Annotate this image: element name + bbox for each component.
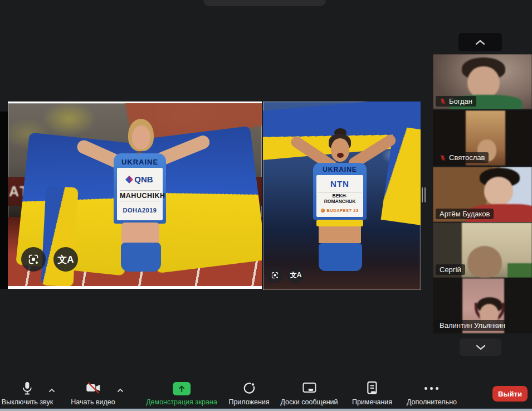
participant-name-tag: Сергій bbox=[436, 264, 465, 275]
chevron-up-icon bbox=[117, 388, 124, 393]
video-options-chevron[interactable] bbox=[117, 388, 124, 393]
bib-event: DOHA2019 bbox=[123, 207, 157, 214]
meeting-controls-tab[interactable] bbox=[203, 0, 326, 6]
participant-video-bogdan[interactable]: Богдан bbox=[433, 54, 532, 109]
share-screen-button[interactable]: Демонстрация экрана bbox=[146, 382, 217, 406]
athlete-waistband bbox=[316, 220, 363, 226]
start-video-button[interactable]: Начать видео bbox=[71, 381, 115, 406]
meeting-toolbar: Выключить звук Начать видео Демонстрация… bbox=[0, 371, 532, 408]
notes-icon bbox=[365, 381, 379, 395]
taskbar-edge bbox=[0, 408, 532, 411]
bib-name: BEKH-ROMANCHUK bbox=[318, 192, 361, 205]
athlete-midriff bbox=[319, 226, 361, 243]
translate-icon[interactable]: 文A bbox=[287, 267, 304, 283]
google-lens-camera-icon[interactable] bbox=[21, 247, 46, 272]
chevron-down-icon bbox=[475, 344, 486, 351]
apps-icon bbox=[242, 381, 256, 395]
bib-event: BUDAPEST 23 bbox=[321, 208, 358, 213]
bib: NTN BEKH-ROMANCHUK BUDAPEST 23 bbox=[316, 175, 363, 217]
jersey-country: UKRAINE bbox=[313, 166, 367, 173]
more-button[interactable]: Дополнительно bbox=[407, 381, 457, 406]
participant-video-sergiy[interactable]: Сергій bbox=[433, 223, 532, 278]
athlete-shorts bbox=[121, 243, 161, 272]
participant-video-svyatoslav[interactable]: Святослав bbox=[433, 110, 532, 166]
bib-name: MAHUCHIKH bbox=[120, 190, 160, 201]
zoom-meeting-window: ATAR UKRAINE QNB MAHUCHIKH DOHA2019 bbox=[0, 0, 532, 411]
participant-video-valintin[interactable]: Валинтин Ульянкин bbox=[433, 278, 532, 333]
more-icon bbox=[425, 381, 439, 395]
athlete-jersey: UKRAINE QNB MAHUCHIKH DOHA2019 bbox=[114, 153, 166, 224]
mute-options-chevron[interactable] bbox=[48, 388, 55, 393]
chevron-up-icon bbox=[475, 39, 486, 46]
bib-sponsor: NTN bbox=[330, 179, 349, 188]
whiteboard-icon bbox=[301, 381, 317, 395]
muted-mic-icon bbox=[440, 154, 446, 161]
participant-name-tag: Артём Будаков bbox=[436, 209, 494, 219]
translate-icon[interactable]: 文A bbox=[53, 247, 78, 272]
athlete-mouth bbox=[337, 153, 344, 158]
athlete-midriff bbox=[121, 223, 159, 245]
video-off-icon bbox=[85, 381, 101, 395]
participant-name-tag: Валинтин Ульянкин bbox=[436, 320, 509, 331]
athlete-jersey: UKRAINE NTN BEKH-ROMANCHUK BUDAPEST 23 bbox=[313, 163, 367, 220]
leave-meeting-button[interactable]: Выйти bbox=[492, 386, 528, 402]
event-logo bbox=[321, 209, 325, 212]
jersey-country: UKRAINE bbox=[114, 158, 166, 166]
participant-name-tag: Святослав bbox=[436, 152, 489, 163]
chevron-up-icon bbox=[48, 388, 55, 393]
participant-name-tag: Богдан bbox=[436, 96, 476, 107]
athlete-face bbox=[331, 138, 349, 162]
whiteboards-button[interactable]: Доски сообщений bbox=[280, 381, 338, 406]
shared-photo-left: ATAR UKRAINE QNB MAHUCHIKH DOHA2019 bbox=[8, 101, 262, 289]
participants-scroll-down-button[interactable] bbox=[460, 339, 501, 356]
notes-button[interactable]: Примечания bbox=[352, 381, 392, 406]
shared-photo-right: UKRAINE NTN BEKH-ROMANCHUK BUDAPEST 23 文… bbox=[263, 101, 421, 290]
bib: QNB MAHUCHIKH DOHA2019 bbox=[117, 168, 163, 220]
google-lens-camera-icon[interactable] bbox=[266, 267, 283, 283]
apps-button[interactable]: Приложения bbox=[228, 381, 269, 406]
sponsor-logo bbox=[125, 176, 133, 183]
sidebar-resize-handle[interactable] bbox=[422, 187, 426, 202]
bib-sponsor: QNB bbox=[134, 175, 153, 184]
athlete-face bbox=[132, 125, 150, 149]
ukraine-flag-hanging bbox=[41, 186, 78, 286]
share-screen-icon bbox=[173, 382, 191, 395]
participant-video-artyom[interactable]: Артём Будаков bbox=[433, 167, 532, 222]
participants-scroll-up-button[interactable] bbox=[458, 33, 502, 51]
mute-button[interactable]: Выключить звук bbox=[2, 381, 53, 406]
muted-mic-icon bbox=[440, 98, 446, 105]
microphone-icon bbox=[21, 381, 34, 395]
athlete-shorts bbox=[319, 243, 362, 271]
